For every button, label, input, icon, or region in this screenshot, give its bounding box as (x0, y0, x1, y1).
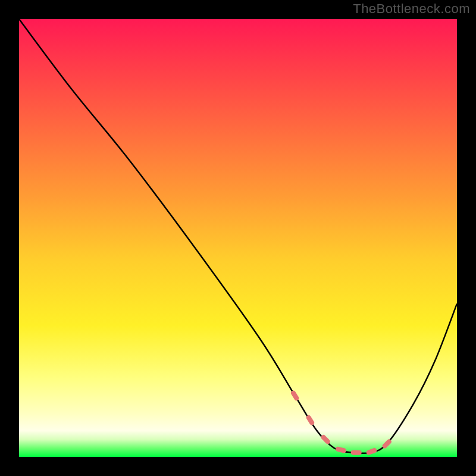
optimum-marker (335, 446, 346, 453)
bottleneck-curve-path (19, 19, 457, 453)
optimum-marker (290, 390, 300, 402)
optimum-marker (351, 450, 362, 455)
plot-area (19, 19, 457, 457)
curve-layer (19, 19, 457, 457)
optimum-marker (366, 447, 378, 456)
chart-frame: TheBottleneck.com (0, 0, 476, 476)
optimum-markers (290, 390, 393, 455)
watermark-text: TheBottleneck.com (353, 1, 470, 17)
optimum-marker (320, 434, 331, 444)
